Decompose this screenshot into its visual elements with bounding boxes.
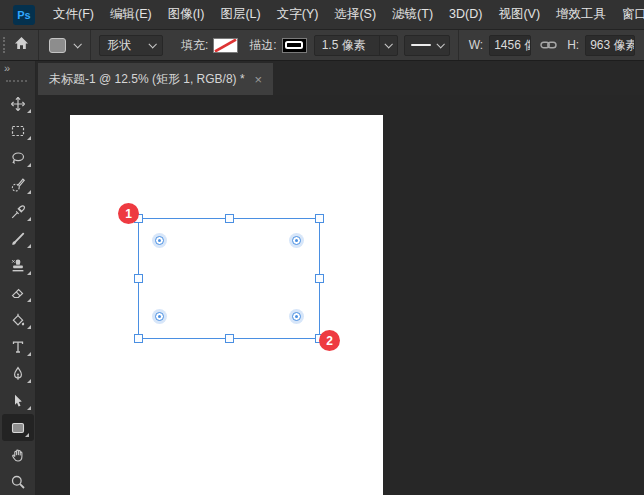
transform-handle-middle-left[interactable] xyxy=(134,274,143,283)
pen-tool[interactable] xyxy=(0,360,36,387)
rectangular-marquee-tool[interactable] xyxy=(0,117,36,144)
tool-options-bar: 形状 填充: 描边: 1.5 像素 W: 1456 像素 H: 963 像素 xyxy=(0,30,644,61)
rectangle-tool[interactable] xyxy=(2,414,34,441)
stroke-color-swatch[interactable] xyxy=(282,38,307,53)
stroke-label: 描边: xyxy=(249,37,276,54)
stroke-width-value: 1.5 像素 xyxy=(322,37,379,54)
separator xyxy=(90,30,91,60)
shape-transform-bounding-box[interactable] xyxy=(138,218,320,339)
chevron-down-icon xyxy=(436,40,444,48)
eyedropper-icon xyxy=(10,204,26,220)
radius-dot-icon xyxy=(158,315,161,318)
stroke-swatch-icon xyxy=(285,41,303,49)
radius-dot-icon xyxy=(295,239,298,242)
shape-height-input[interactable]: 963 像素 xyxy=(585,35,635,56)
expand-panel-icon[interactable]: » xyxy=(4,62,9,74)
clone-stamp-icon xyxy=(10,258,26,274)
stroke-style-line-icon xyxy=(411,44,431,46)
chevron-down-icon xyxy=(73,40,81,48)
pen-icon xyxy=(10,366,26,382)
gradient-tool[interactable] xyxy=(0,306,36,333)
menu-3d[interactable]: 3D(D) xyxy=(441,0,490,29)
tool-mode-value: 形状 xyxy=(107,37,131,54)
zoom-tool[interactable] xyxy=(0,468,36,495)
clone-stamp-tool[interactable] xyxy=(0,252,36,279)
type-tool[interactable] xyxy=(0,333,36,360)
quick-selection-icon xyxy=(10,177,26,193)
shape-width-input[interactable]: 1456 像素 xyxy=(489,35,531,56)
transform-handle-top-middle[interactable] xyxy=(225,214,234,223)
stroke-style-combo[interactable] xyxy=(404,35,450,56)
move-icon xyxy=(10,96,26,112)
quick-selection-tool[interactable] xyxy=(0,171,36,198)
corner-radius-control-top-left[interactable] xyxy=(152,233,167,248)
radius-ring-icon xyxy=(155,312,165,322)
menu-file[interactable]: 文件(F) xyxy=(45,0,102,29)
rectangle-icon xyxy=(10,420,26,436)
photoshop-logo: Ps xyxy=(13,5,35,25)
move-tool[interactable] xyxy=(0,90,36,117)
transform-handle-bottom-middle[interactable] xyxy=(225,334,234,343)
menu-plugins[interactable]: 增效工具 xyxy=(548,0,614,29)
lasso-tool[interactable] xyxy=(0,144,36,171)
eraser-icon xyxy=(10,285,26,301)
menu-edit[interactable]: 编辑(E) xyxy=(102,0,160,29)
separator xyxy=(458,30,459,60)
document-tab[interactable]: 未标题-1 @ 12.5% (矩形 1, RGB/8) * × xyxy=(38,63,273,95)
marquee-icon xyxy=(10,123,26,139)
transform-handle-middle-right[interactable] xyxy=(315,274,324,283)
brush-tool[interactable] xyxy=(0,225,36,252)
annotation-step-2-badge: 2 xyxy=(319,330,340,351)
tool-preset-picker[interactable] xyxy=(49,38,80,53)
fill-label: 填充: xyxy=(181,37,208,54)
radius-dot-icon xyxy=(158,239,161,242)
transform-handle-bottom-left[interactable] xyxy=(134,334,143,343)
magnifier-icon xyxy=(10,474,26,490)
corner-radius-control-bottom-left[interactable] xyxy=(152,309,167,324)
corner-radius-control-top-right[interactable] xyxy=(289,233,304,248)
link-icon xyxy=(540,36,557,54)
eyedropper-tool[interactable] xyxy=(0,198,36,225)
options-bar-grip xyxy=(3,37,5,53)
chevron-down-icon xyxy=(384,40,392,48)
lasso-icon xyxy=(10,150,26,166)
fill-color-swatch[interactable] xyxy=(213,38,238,53)
menu-layer[interactable]: 图层(L) xyxy=(212,0,268,29)
menu-image[interactable]: 图像(I) xyxy=(160,0,213,29)
document-tab-title: 未标题-1 @ 12.5% (矩形 1, RGB/8) * xyxy=(49,71,245,88)
tools-panel-header: » xyxy=(0,61,35,90)
radius-ring-icon xyxy=(155,236,165,246)
brush-icon xyxy=(10,231,26,247)
hand-tool[interactable] xyxy=(0,441,36,468)
selection-arrow-icon xyxy=(10,393,26,409)
menu-view[interactable]: 视图(V) xyxy=(490,0,548,29)
canvas-pasteboard: 1 2 xyxy=(36,95,644,495)
divider xyxy=(379,36,380,55)
type-icon xyxy=(10,339,26,355)
transform-handle-top-right[interactable] xyxy=(315,214,324,223)
paint-bucket-icon xyxy=(10,312,26,328)
menu-window[interactable]: 窗口(W) xyxy=(614,0,644,29)
separator xyxy=(38,30,39,60)
corner-radius-control-bottom-right[interactable] xyxy=(289,309,304,324)
menu-filter[interactable]: 滤镜(T) xyxy=(384,0,441,29)
menu-bar: Ps 文件(F) 编辑(E) 图像(I) 图层(L) 文字(Y) 选择(S) 滤… xyxy=(0,0,644,30)
annotation-step-1-badge: 1 xyxy=(118,203,139,224)
home-icon xyxy=(14,36,29,54)
radius-dot-icon xyxy=(295,315,298,318)
link-dimensions-button[interactable] xyxy=(540,36,557,54)
stroke-width-combo[interactable]: 1.5 像素 xyxy=(314,35,398,56)
path-selection-tool[interactable] xyxy=(0,387,36,414)
eraser-tool[interactable] xyxy=(0,279,36,306)
tool-preset-rectangle-icon xyxy=(49,38,66,53)
radius-ring-icon xyxy=(292,312,302,322)
document-tab-bar: 未标题-1 @ 12.5% (矩形 1, RGB/8) * × xyxy=(36,61,644,95)
home-button[interactable] xyxy=(14,36,29,54)
width-label: W: xyxy=(469,38,483,52)
tab-close-icon[interactable]: × xyxy=(255,73,263,86)
tool-mode-select[interactable]: 形状 xyxy=(99,35,163,56)
tools-panel: » xyxy=(0,61,36,495)
menu-select[interactable]: 选择(S) xyxy=(326,0,384,29)
radius-ring-icon xyxy=(292,236,302,246)
menu-type[interactable]: 文字(Y) xyxy=(269,0,327,29)
